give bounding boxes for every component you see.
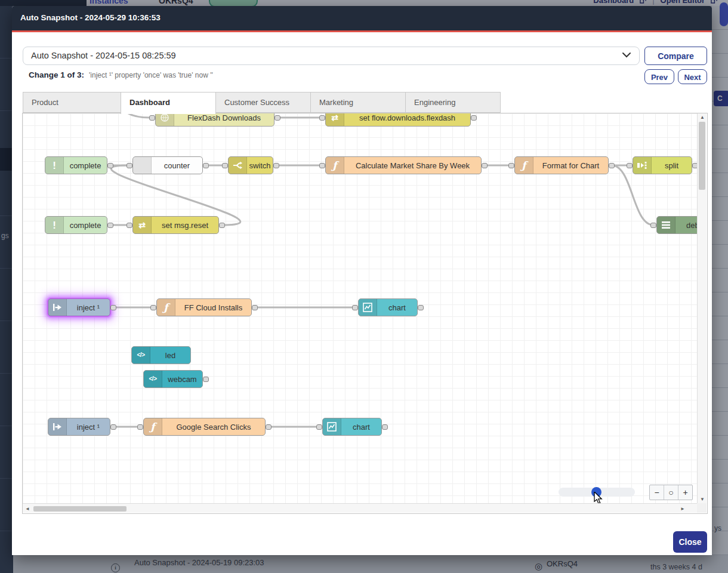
code-icon: </> — [132, 347, 150, 363]
canvas-frame: − ○ + FlexDash Downloads⇄set flow.downlo… — [22, 113, 708, 514]
node-label: complete — [64, 157, 107, 174]
node-label: FF Cloud Installs — [175, 299, 251, 316]
node-google-search-clicks[interactable]: ƒGoogle Search Clicks — [143, 418, 266, 436]
node-port-out — [203, 377, 209, 382]
node-inject-2[interactable]: inject ¹ — [48, 418, 110, 436]
node-label: led — [150, 347, 190, 363]
node-chart-1[interactable]: chart — [358, 298, 418, 316]
node-port-out — [203, 163, 209, 168]
chart-icon — [359, 299, 377, 316]
flow-canvas[interactable]: − ○ + FlexDash Downloads⇄set flow.downlo… — [23, 113, 697, 503]
node-label: complete — [64, 217, 107, 233]
node-inject-1[interactable]: inject ¹ — [48, 298, 110, 316]
dialog-title: Auto Snapshot - 2024-05-29 10:36:53 — [20, 13, 161, 22]
node-label: Calculate Market Share By Week — [344, 157, 481, 174]
zoom-in-button[interactable]: + — [678, 485, 692, 500]
node-label: debug — [675, 217, 697, 233]
node-port-out — [482, 163, 488, 168]
node-calc-market-share[interactable]: ƒCalculate Market Share By Week — [325, 156, 482, 174]
change-summary: Change 1 of 3:'inject ¹' property 'once'… — [29, 70, 213, 79]
exclamation-icon: ! — [45, 217, 64, 233]
scroll-right-arrow[interactable]: ► — [680, 504, 685, 513]
node-label: chart — [377, 299, 417, 316]
scroll-left-arrow[interactable]: ◄ — [25, 504, 30, 513]
tab-product[interactable]: Product — [23, 92, 121, 113]
next-change-button[interactable]: Next — [678, 69, 707, 84]
node-port-out — [110, 424, 116, 430]
zoom-reset-button[interactable]: ○ — [664, 485, 678, 500]
function-icon: ƒ — [157, 299, 175, 316]
node-led[interactable]: </>led — [131, 346, 191, 364]
tab-label: Customer Success — [224, 98, 289, 107]
scroll-up-arrow[interactable]: ▲ — [698, 115, 707, 120]
node-label: Google Search Clicks — [162, 418, 265, 435]
tab-label: Product — [32, 98, 58, 107]
node-port-out — [107, 163, 113, 168]
node-port-in — [650, 223, 656, 228]
tab-engineering[interactable]: Engineering — [405, 92, 501, 113]
node-port-in — [508, 163, 514, 168]
node-format-for-chart[interactable]: ƒFormat for Chart — [514, 156, 609, 174]
prev-change-button[interactable]: Prev — [644, 69, 674, 84]
node-label: inject ¹ — [67, 418, 110, 435]
node-port-out — [274, 115, 280, 121]
node-set-flow-downloads[interactable]: ⇄set flow.downloads.flexdash — [325, 113, 471, 127]
chevron-down-icon — [622, 53, 631, 58]
node-switch[interactable]: switch — [228, 156, 273, 174]
compare-button[interactable]: Compare — [644, 47, 707, 65]
change-icon: ⇄ — [326, 113, 344, 126]
node-port-out — [273, 163, 279, 168]
node-split[interactable]: split — [633, 156, 692, 174]
vertical-scrollbar[interactable]: ▲ ▼ — [697, 113, 707, 503]
node-port-in — [316, 424, 322, 430]
zoom-out-button[interactable]: − — [650, 485, 664, 500]
node-set-msg-reset[interactable]: ⇄set msg.reset — [132, 216, 219, 234]
node-port-out — [219, 223, 225, 228]
horizontal-scrollbar[interactable]: ◄ ► — [23, 503, 697, 513]
node-label: split — [652, 157, 692, 174]
node-label: counter — [152, 157, 202, 174]
tab-dashboard[interactable]: Dashboard — [121, 92, 216, 114]
node-port-in — [222, 163, 228, 168]
snapshot-select[interactable]: Auto Snapshot - 2024-05-15 08:25:59 — [23, 47, 640, 65]
close-button[interactable]: Close — [673, 531, 707, 553]
node-flexdash-downloads[interactable]: FlexDash Downloads — [155, 113, 274, 127]
node-port-in — [137, 424, 143, 430]
node-port-in — [150, 305, 156, 310]
node-port-in — [319, 115, 325, 121]
node-debug[interactable]: debug — [656, 216, 697, 234]
node-port-out — [382, 424, 388, 430]
node-webcam[interactable]: </>webcam — [143, 370, 203, 388]
tab-marketing[interactable]: Marketing — [310, 92, 406, 113]
inject-icon — [48, 299, 67, 316]
inject-icon — [48, 418, 67, 435]
node-chart-2[interactable]: chart — [322, 418, 382, 436]
node-label: set flow.downloads.flexdash — [344, 113, 470, 126]
snapshot-select-value: Auto Snapshot - 2024-05-15 08:25:59 — [31, 51, 176, 60]
node-complete-2[interactable]: !complete — [45, 216, 107, 234]
node-label: switch — [247, 157, 273, 174]
node-port-in — [319, 163, 325, 168]
scrollbar-corner — [697, 503, 707, 513]
code-icon: </> — [144, 371, 162, 387]
node-ff-cloud-installs[interactable]: ƒFF Cloud Installs — [156, 298, 252, 316]
horizontal-scroll-thumb[interactable] — [33, 506, 127, 512]
node-port-out — [266, 424, 272, 430]
accent-line — [12, 30, 712, 32]
tab-customer-success[interactable]: Customer Success — [215, 92, 311, 113]
split-icon — [633, 157, 652, 174]
node-label: webcam — [162, 371, 202, 387]
node-port-out — [107, 223, 113, 228]
vertical-scroll-thumb[interactable] — [699, 122, 705, 190]
tab-label: Engineering — [414, 98, 455, 107]
wire — [612, 165, 653, 225]
function-icon: ƒ — [515, 157, 533, 174]
node-counter[interactable]: counter — [132, 156, 203, 174]
globe-icon — [156, 113, 174, 126]
node-label: Format for Chart — [533, 157, 608, 174]
exclamation-icon: ! — [45, 157, 64, 174]
blank-icon — [133, 157, 152, 174]
screen: Instances OKRsQ4 Dashboard | Open Editor… — [0, 0, 728, 573]
node-complete-1[interactable]: !complete — [45, 156, 107, 174]
scroll-down-arrow[interactable]: ▼ — [698, 497, 707, 502]
